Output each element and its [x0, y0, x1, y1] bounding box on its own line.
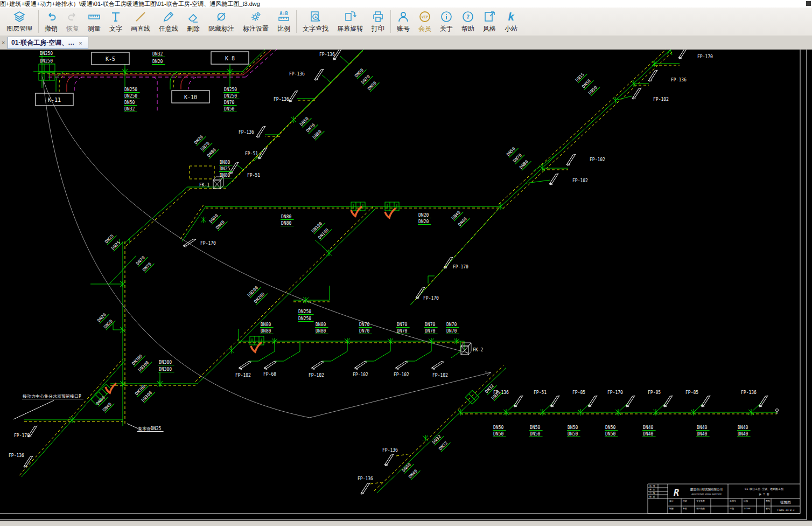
- tab-drawing-document[interactable]: 01-联合工房-空调、… ×: [8, 37, 88, 49]
- fan-coil-symbol: [547, 173, 562, 186]
- toolbar-button-ksite[interactable]: k小站: [500, 8, 522, 35]
- dn-label: DN250: [224, 87, 237, 92]
- equipment-box-label: K-11: [48, 97, 61, 103]
- check-mark-symbol: [251, 342, 262, 352]
- pipe-line: [533, 154, 558, 171]
- toolbar-button-scale[interactable]: A:B比例: [273, 8, 295, 35]
- junction-mark: [326, 250, 332, 256]
- toolbar-button-redo[interactable]: 恢复: [62, 8, 83, 35]
- dn-label: DN250: [40, 59, 53, 64]
- junction-mark: [423, 435, 428, 441]
- junction-mark: [229, 347, 234, 354]
- toolbar-button-draw-line[interactable]: 画直线: [127, 8, 155, 35]
- tab-close-icon[interactable]: ×: [79, 40, 82, 46]
- tabbar-close-icon[interactable]: ×: [2, 39, 5, 46]
- pipe-line: [293, 50, 363, 120]
- dn-label: DN32: [124, 107, 135, 112]
- pipe-line: [322, 75, 331, 82]
- fp-label: FP-68: [263, 372, 276, 377]
- dn-label: DN70: [397, 322, 407, 327]
- pipe-line: [242, 50, 267, 73]
- toolbar-label: 会员: [418, 24, 431, 33]
- fp-label: FP-136: [274, 97, 289, 102]
- toolbar-button-hide-annotation[interactable]: 隐藏标注: [204, 8, 239, 35]
- redo-icon: [66, 10, 79, 24]
- svg-text:k: k: [508, 10, 515, 23]
- titleblock-text: 建筑设计研究院有限公司: [690, 488, 723, 492]
- titleblock-text: 审 定: [649, 488, 655, 491]
- fk-label: FK-2: [473, 348, 483, 352]
- pipe-fitting: [39, 64, 55, 72]
- dn-label: DN70: [359, 329, 369, 334]
- pipe-line: [237, 165, 243, 170]
- toolbar-button-style[interactable]: 风格: [479, 8, 500, 35]
- titleblock-text: 设计: [669, 500, 674, 502]
- titleblock-text: 校 对: [649, 495, 655, 498]
- toolbar-label: 屏幕旋转: [337, 24, 363, 33]
- pipe-fitting: [39, 73, 55, 80]
- toolbar-button-help[interactable]: ?帮助: [457, 8, 479, 35]
- pipe-curve: [67, 75, 74, 92]
- toolbar-button-screen-rotate[interactable]: 屏幕旋转: [333, 8, 367, 35]
- dn-label: DN250: [298, 316, 311, 321]
- pipe-line: [297, 50, 366, 117]
- toolbar-button-annotation-settings[interactable]: 标注设置: [239, 8, 273, 35]
- dn-label: DN80: [220, 160, 230, 165]
- toolbar-label: 文字查找: [303, 24, 328, 33]
- pipe-line: [415, 351, 431, 361]
- dn-label: DN25: [220, 167, 230, 171]
- dn-label: 接动力中心集分水器预留接口P: [23, 394, 81, 399]
- fp-label: FP-102: [235, 373, 251, 378]
- pipe-line: [246, 50, 277, 77]
- equipment-box-label: K-10: [184, 94, 197, 100]
- fp-label: FP-102: [653, 97, 669, 102]
- fan-coil-symbol: [183, 239, 197, 248]
- junction-mark: [201, 217, 206, 223]
- fp-label: FP-136: [671, 78, 687, 82]
- toolbar-label: 图层管理: [6, 24, 32, 33]
- titleblock-text: 批 准: [649, 485, 655, 487]
- toolbar-button-about[interactable]: 关于: [436, 8, 457, 35]
- dn-label: DN250: [298, 309, 311, 314]
- titleblock-logo: R: [674, 487, 679, 498]
- toolbar-label: 账号: [397, 24, 410, 33]
- toolbar-button-free-line[interactable]: 任意线: [155, 8, 183, 35]
- dn-label: DN80: [316, 322, 326, 327]
- fan-coil-symbol: [395, 361, 409, 370]
- toolbar-label: 比例: [277, 24, 290, 33]
- dn-label: DN70: [425, 322, 435, 327]
- svg-text:A: A: [314, 15, 317, 19]
- fp-label: FP-136: [319, 52, 335, 57]
- titleblock-text: 图别: [766, 500, 770, 503]
- toolbar-button-delete[interactable]: 删除: [183, 8, 204, 35]
- toolbar-button-vip[interactable]: VIP会员: [414, 8, 436, 35]
- account-icon: [397, 10, 410, 24]
- fp-label: FP-85: [572, 390, 585, 395]
- fp-label: FP-136: [358, 476, 373, 481]
- fp-label: FP-170: [697, 54, 713, 59]
- toolbar-button-undo[interactable]: 撤销: [40, 8, 62, 35]
- check-mark-symbol: [385, 208, 396, 218]
- fan-coil-symbol: [548, 395, 563, 408]
- draw-line-icon: [134, 10, 147, 24]
- toolbar-label: 删除: [187, 24, 200, 33]
- delete-icon: [187, 10, 200, 24]
- dn-label: DN80: [220, 173, 230, 178]
- window-control-fragment[interactable]: [806, 1, 811, 6]
- toolbar-button-account[interactable]: 账号: [393, 8, 414, 35]
- text-find-icon: A: [309, 10, 322, 24]
- fan-coil-symbol: [586, 395, 600, 408]
- fp-label: FP-170: [14, 433, 30, 438]
- toolbar-button-layer-manager[interactable]: 图层管理: [2, 8, 37, 35]
- toolbar-button-measure[interactable]: 测量: [83, 8, 105, 35]
- titleblock-text: 01-联合工房-空调、通风施工图: [745, 487, 783, 491]
- toolbar-separator: [296, 10, 297, 33]
- cad-canvas[interactable]: K-5K-8K-11K-10DN250DN250DN32DN20DN250DN2…: [0, 50, 812, 521]
- hide-annotation-icon: [215, 10, 228, 24]
- pipe-endcap: [776, 409, 779, 412]
- toolbar-button-text[interactable]: 文字: [105, 8, 127, 35]
- pipe-line: [182, 206, 206, 241]
- toolbar-button-text-find[interactable]: A文字查找: [298, 8, 333, 35]
- toolbar-button-print[interactable]: 打印: [367, 8, 389, 35]
- titleblock-text: 日期: [730, 507, 734, 510]
